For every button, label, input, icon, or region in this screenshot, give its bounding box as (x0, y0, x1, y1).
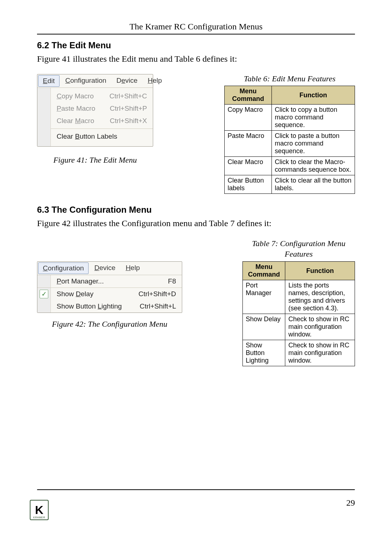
menu-item-show-delay[interactable]: Show Delay Ctrl+Shift+D (51, 288, 182, 300)
edit-menu-figure: Edit Configuration Device Help Copy Macr… (37, 74, 153, 147)
table-6: Menu Command Function Copy Macro Click t… (224, 86, 355, 194)
table-7: Menu Command Function Port Manager Lists… (242, 261, 355, 366)
menubar-device[interactable]: Device (89, 262, 121, 275)
menu-item-paste-macro[interactable]: Paste Macro Ctrl+Shift+P (57, 102, 147, 115)
section-6-3: 6.3 The Configuration Menu Figure 42 ill… (37, 205, 355, 366)
cell: Click to clear the Macro-commands sequen… (272, 157, 355, 175)
menubar-device[interactable]: Device (111, 74, 143, 87)
shortcut: Ctrl+Shift+D (139, 290, 176, 298)
menubar-configuration[interactable]: Configuration (38, 262, 89, 274)
table-6-caption: Table 6: Edit Menu Features (224, 74, 355, 83)
table-row: Port Manager Lists the ports names, desc… (243, 280, 355, 314)
th-menu-command: Menu Command (225, 86, 272, 105)
figure-42-caption: Figure 42: The Configuration Menu (37, 319, 182, 329)
th-function: Function (272, 86, 355, 105)
cell: Port Manager (243, 280, 285, 314)
edit-menu-bar: Edit Configuration Device Help (37, 74, 153, 88)
shortcut: Ctrl+Shift+C (110, 92, 147, 100)
table-row: Paste Macro Click to paste a button macr… (225, 131, 355, 157)
cell: Clear Button labels (225, 175, 272, 194)
cell: Check to show in RC main configuration w… (285, 340, 355, 366)
intro-6-3: Figure 42 illustrates the Configuration … (37, 219, 355, 228)
menu-gutter (37, 300, 51, 313)
cell: Copy Macro (225, 105, 272, 131)
logo-letter: K (35, 504, 43, 516)
intro-6-2: Figure 41 illustrates the Edit menu and … (37, 54, 355, 64)
menu-item-show-button-lighting[interactable]: Show Button Lighting Ctrl+Shift+L (51, 300, 182, 313)
kramer-logo: K KRAMER (30, 500, 49, 520)
cell: Click to copy a button macro command seq… (272, 105, 355, 131)
table-row: Clear Button labels Click to clear all t… (225, 175, 355, 194)
shortcut: Ctrl+Shift+X (110, 117, 147, 125)
menu-gutter (37, 88, 51, 146)
logo-subtext: KRAMER (33, 516, 45, 519)
config-menu-bar: Configuration Device Help (37, 262, 182, 275)
shortcut: Ctrl+Shift+P (110, 105, 147, 113)
table-row: Copy Macro Click to copy a button macro … (225, 105, 355, 131)
section-6-2: 6.2 The Edit Menu Figure 41 illustrates … (37, 40, 355, 194)
table-row: Menu Command Function (243, 262, 355, 280)
menu-item-clear-button-labels[interactable]: Clear Button Labels (57, 130, 147, 143)
menubar-help[interactable]: Help (143, 74, 167, 87)
table-row: Clear Macro Click to clear the Macro-com… (225, 157, 355, 175)
heading-6-2: 6.2 The Edit Menu (37, 40, 355, 50)
table-row: Menu Command Function (225, 86, 355, 105)
cell: Click to clear all the button labels. (272, 175, 355, 194)
shortcut: F8 (168, 277, 176, 285)
header-rule (37, 34, 355, 34)
th-menu-command: Menu Command (243, 262, 285, 280)
figure-41-caption: Figure 41: The Edit Menu (37, 155, 153, 165)
shortcut: Ctrl+Shift+L (140, 302, 176, 310)
menu-gutter (37, 275, 51, 287)
cell: Lists the ports names, description, sett… (285, 280, 355, 314)
menu-gutter-check: ✓ (37, 288, 51, 300)
cell: Paste Macro (225, 131, 272, 157)
menu-item-copy-macro[interactable]: Copy Macro Ctrl+Shift+C (57, 90, 147, 102)
cell: Clear Macro (225, 157, 272, 175)
page-number: 29 (346, 498, 355, 508)
th-function: Function (285, 262, 355, 280)
cell: Show Delay (243, 314, 285, 340)
menubar-configuration[interactable]: Configuration (60, 74, 111, 87)
heading-6-3: 6.3 The Configuration Menu (37, 205, 355, 215)
menubar-help[interactable]: Help (121, 262, 145, 275)
menu-separator (51, 128, 153, 129)
cell: Show Button Lighting (243, 340, 285, 366)
menubar-edit[interactable]: Edit (38, 75, 60, 87)
table-7-caption: Table 7: Configuration Menu Features (242, 238, 355, 259)
table-row: Show Delay Check to show in RC main conf… (243, 314, 355, 340)
config-menu-figure: Configuration Device Help Port Manager..… (37, 261, 182, 313)
cell: Check to show in RC main configuration w… (285, 314, 355, 340)
cell: Click to paste a button macro command se… (272, 131, 355, 157)
menu-item-clear-macro[interactable]: Clear Macro Ctrl+Shift+X (57, 115, 147, 127)
table-row: Show Button Lighting Check to show in RC… (243, 340, 355, 366)
running-head: The Kramer RC Configuration Menus (37, 22, 355, 34)
check-icon: ✓ (40, 290, 48, 298)
footer-rule (37, 489, 355, 490)
menu-item-port-manager[interactable]: Port Manager... F8 (51, 275, 182, 287)
